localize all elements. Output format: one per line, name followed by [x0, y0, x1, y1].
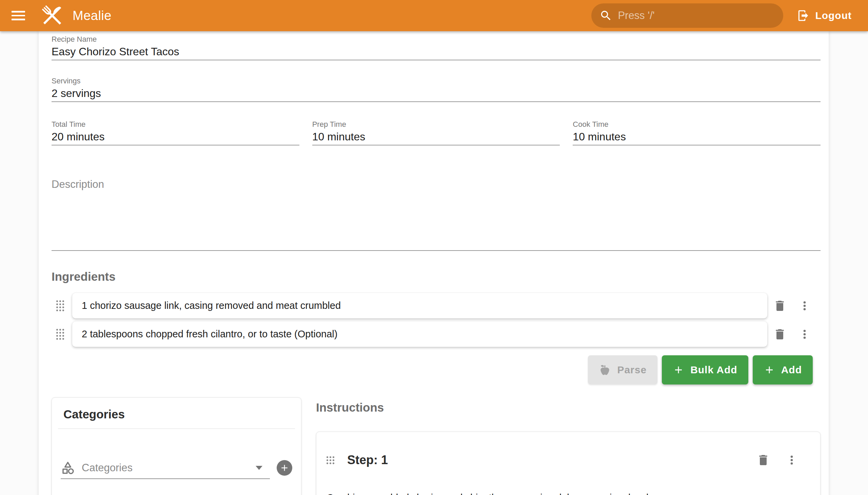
step-text[interactable]: Combine crumbled chorizo and chipotle pe…	[322, 491, 800, 495]
logout-icon	[797, 9, 810, 22]
ingredient-menu-button[interactable]	[797, 324, 813, 344]
prep-time-field: Prep Time	[312, 120, 560, 146]
app-title: Mealie	[72, 8, 112, 23]
recipe-name-field: Recipe Name	[52, 35, 820, 61]
add-category-button[interactable]	[277, 460, 292, 476]
drag-handle-icon[interactable]	[326, 456, 335, 465]
step-menu-button[interactable]	[784, 450, 800, 470]
trash-icon	[756, 453, 770, 467]
servings-field: Servings	[52, 76, 820, 102]
hamburger-icon	[12, 11, 25, 20]
recipe-editor-card: Recipe Name Servings Total Time Prep Tim…	[39, 31, 829, 495]
plus-icon	[279, 463, 290, 473]
plus-icon	[673, 364, 684, 376]
bulk-add-label: Bulk Add	[690, 364, 737, 376]
search-bar[interactable]	[591, 3, 783, 28]
categories-heading: Categories	[63, 407, 301, 422]
search-input[interactable]	[618, 10, 775, 22]
parse-label: Parse	[617, 364, 647, 376]
instructions-column: Instructions Step: 1	[316, 397, 820, 495]
drag-handle-icon[interactable]	[56, 300, 65, 312]
cook-time-label: Cook Time	[573, 120, 820, 129]
divider	[58, 429, 295, 429]
total-time-input[interactable]	[52, 129, 300, 144]
bulk-add-button[interactable]: Bulk Add	[662, 355, 748, 385]
search-icon	[599, 9, 612, 22]
ingredient-actions: Parse Bulk Add Add	[52, 355, 820, 385]
mealie-logo-icon[interactable]	[39, 3, 65, 29]
ingredient-input[interactable]	[82, 328, 758, 340]
recipe-name-label: Recipe Name	[52, 35, 820, 44]
cook-time-field: Cook Time	[573, 120, 820, 146]
trash-icon	[773, 299, 787, 312]
ingredient-input-box[interactable]	[72, 321, 767, 347]
total-time-label: Total Time	[52, 120, 300, 129]
logout-button[interactable]: Logout	[794, 3, 855, 28]
apple-icon	[599, 364, 611, 376]
categories-select-label: Categories	[82, 462, 133, 474]
add-ingredient-button[interactable]: Add	[753, 355, 813, 385]
menu-button[interactable]	[6, 3, 31, 28]
kebab-menu-icon	[798, 327, 811, 341]
prep-time-input[interactable]	[312, 129, 560, 144]
ingredient-list	[52, 293, 820, 347]
time-fields-row: Total Time Prep Time Cook Time	[52, 120, 820, 146]
categories-select-row: Categories	[61, 457, 292, 479]
servings-label: Servings	[52, 76, 820, 86]
prep-time-label: Prep Time	[312, 120, 560, 129]
cook-time-input[interactable]	[573, 129, 820, 144]
app-bar: Mealie Logout	[0, 0, 868, 31]
ingredients-heading: Ingredients	[52, 269, 820, 285]
ingredient-menu-button[interactable]	[797, 296, 813, 316]
recipe-name-input[interactable]	[52, 44, 820, 59]
kebab-menu-icon	[785, 453, 799, 467]
chevron-down-icon	[256, 466, 262, 470]
instruction-step-card: Step: 1 Combine crumbled chorizo and chi…	[316, 432, 820, 495]
ingredient-input[interactable]	[82, 300, 758, 311]
ingredient-row	[52, 321, 813, 347]
shapes-icon	[61, 461, 75, 475]
drag-handle-icon[interactable]	[56, 328, 65, 340]
ingredient-row	[52, 293, 813, 318]
add-label: Add	[781, 364, 802, 376]
parse-button[interactable]: Parse	[588, 355, 658, 385]
description-label: Description	[52, 178, 820, 191]
delete-ingredient-button[interactable]	[772, 296, 788, 316]
trash-icon	[773, 327, 787, 341]
logout-label: Logout	[815, 10, 852, 21]
delete-step-button[interactable]	[755, 450, 771, 470]
plus-icon	[764, 364, 775, 376]
categories-select[interactable]: Categories	[61, 457, 270, 479]
delete-ingredient-button[interactable]	[772, 324, 788, 344]
lower-columns: Categories Categories	[52, 397, 820, 495]
kebab-menu-icon	[798, 299, 811, 312]
total-time-field: Total Time	[52, 120, 300, 146]
instructions-heading: Instructions	[316, 399, 820, 416]
categories-card: Categories Categories	[52, 397, 302, 495]
description-field[interactable]: Description	[52, 178, 820, 251]
step-header: Step: 1	[322, 450, 800, 470]
step-title: Step: 1	[347, 452, 388, 468]
servings-input[interactable]	[52, 86, 820, 101]
ingredient-input-box[interactable]	[72, 293, 767, 318]
